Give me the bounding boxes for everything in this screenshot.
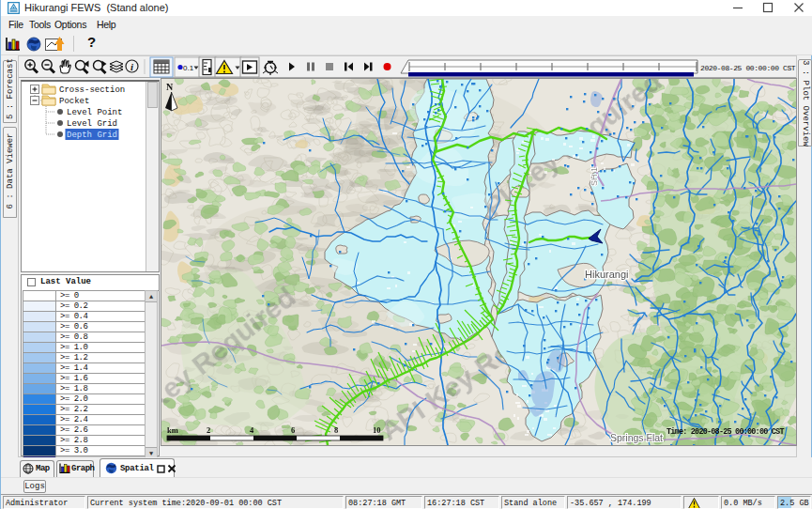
- svg-text:Level Grid: Level Grid: [67, 119, 117, 129]
- svg-text:Level Point: Level Point: [67, 108, 122, 117]
- svg-text:10: 10: [373, 425, 381, 435]
- svg-text:8: 8: [334, 425, 338, 435]
- svg-text:2: 2: [207, 425, 210, 435]
- svg-text:6: 6: [291, 425, 295, 435]
- svg-text:i: i: [130, 61, 134, 72]
- svg-text:Springs Flat: Springs Flat: [610, 432, 663, 443]
- svg-text:Hikurangi: Hikurangi: [585, 269, 628, 280]
- svg-text:km: km: [167, 425, 178, 435]
- svg-text:Depth Grid: Depth Grid: [67, 131, 117, 140]
- svg-text:2020-08-25 00:00:00 CST: 2020-08-25 00:00:00 CST: [700, 64, 796, 72]
- svg-text:Pocket: Pocket: [59, 97, 89, 106]
- svg-text:Time: 2020-08-25 00:00:00 CST: Time: 2020-08-25 00:00:00 CST: [666, 427, 784, 437]
- svg-text:N: N: [166, 82, 174, 92]
- svg-text:Cross-section: Cross-section: [59, 85, 125, 95]
- svg-text:SH 1: SH 1: [590, 167, 599, 186]
- svg-text:0.1: 0.1: [183, 64, 194, 72]
